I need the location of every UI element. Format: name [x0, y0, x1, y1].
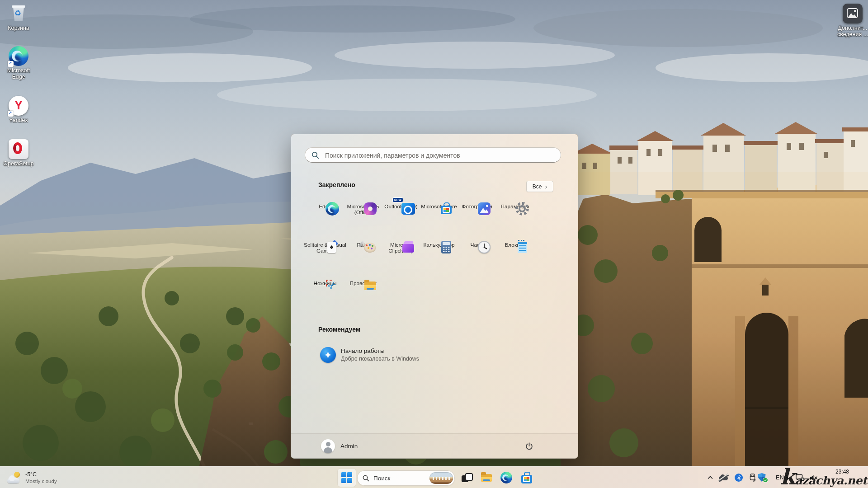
get-started-icon	[320, 347, 336, 363]
desktop-icon-yandex[interactable]: Yandex	[1, 96, 36, 123]
tray-hidden-icons-button[interactable]	[703, 467, 717, 488]
edge-icon	[9, 46, 28, 66]
pinned-app-photos[interactable]: Фотографии	[458, 200, 496, 238]
onedrive-off-icon	[718, 474, 729, 481]
all-apps-button[interactable]: Все ›	[526, 181, 553, 192]
recommended-section-header: Рекомендуем	[318, 326, 360, 333]
pinned-app-file-explorer[interactable]: Проводник	[344, 277, 382, 315]
yandex-icon	[9, 96, 28, 116]
image-placeholder-icon	[843, 4, 863, 23]
tray-network-button[interactable]	[793, 467, 807, 488]
recycle-bin-icon	[10, 3, 27, 23]
tray-volume-button[interactable]	[807, 467, 820, 488]
taskbar-search-box[interactable]: Поиск	[357, 470, 455, 486]
new-badge: NEW	[392, 197, 403, 202]
tray-onedrive-button[interactable]	[717, 467, 731, 488]
desktop-icon-label: OperaSetup	[1, 160, 36, 167]
pinned-apps-grid: Edge Microsoft 365 (Office) NEW Outlook …	[306, 200, 534, 315]
pinned-app-edge[interactable]: Edge	[306, 200, 344, 238]
weather-condition: Mostly cloudy	[25, 478, 57, 484]
pinned-app-settings[interactable]: Параметры	[496, 200, 534, 238]
shortcut-arrow-icon	[8, 111, 14, 117]
desktop-icon-recycle-bin[interactable]: Корзина	[1, 3, 36, 31]
tray-language-indicator[interactable]: ENG	[772, 467, 792, 488]
pinned-app-microsoft-store[interactable]: Microsoft Store	[420, 200, 458, 238]
search-highlight-thumbnail	[429, 472, 453, 484]
desktop-icon-opera-setup[interactable]: OperaSetup	[1, 139, 36, 167]
desktop-icon-label: Microsoft Edge	[1, 67, 36, 80]
usb-icon	[749, 474, 756, 482]
taskbar-task-view-button[interactable]	[458, 469, 476, 487]
recommended-item-get-started[interactable]: Начало работы Добро пожаловать в Windows	[313, 343, 503, 367]
weather-icon	[7, 472, 21, 484]
power-button[interactable]	[521, 438, 537, 454]
desktop-icon-label-line1: Дополнит...	[831, 25, 868, 31]
microsoft-store-icon	[520, 472, 532, 483]
weather-widget[interactable]: -5°C Mostly cloudy	[4, 467, 61, 488]
search-icon	[311, 151, 319, 159]
taskbar-edge-button[interactable]	[497, 469, 515, 487]
language-label: ENG	[776, 474, 788, 481]
desktop-icon-additional-info[interactable]: Дополнит... сведения ...	[831, 4, 868, 38]
recommended-subtitle: Добро пожаловать в Windows	[341, 356, 419, 362]
edge-icon	[500, 472, 512, 483]
chevron-up-icon	[708, 476, 713, 479]
pinned-app-paint[interactable]: Paint	[344, 238, 382, 277]
network-icon	[796, 474, 804, 482]
tray-bluetooth-button[interactable]	[732, 467, 745, 488]
desktop-icon-label: Корзина	[1, 25, 36, 31]
pinned-app-notepad[interactable]: Блокнот	[496, 238, 534, 277]
taskbar: -5°C Mostly cloudy Поиск	[0, 466, 868, 488]
folder-icon	[481, 472, 492, 483]
pinned-app-calculator[interactable]: Калькулятор	[420, 238, 458, 277]
start-search-box[interactable]	[305, 147, 561, 163]
taskbar-file-explorer-button[interactable]	[477, 469, 495, 487]
pinned-app-microsoft-365[interactable]: Microsoft 365 (Office)	[344, 200, 382, 238]
shortcut-arrow-icon	[8, 61, 14, 67]
start-menu-footer: Admin	[291, 433, 578, 458]
tray-security-button[interactable]	[756, 467, 769, 488]
time-label: 23:48	[835, 469, 849, 475]
desktop-icon-label-line2: сведения ...	[831, 31, 868, 38]
task-view-icon	[461, 472, 472, 483]
start-search-input[interactable]	[324, 148, 552, 163]
weather-temperature: -5°C	[25, 471, 57, 478]
start-menu-panel: Закреплено Все › Edge Microsoft 365 (Off…	[291, 134, 578, 459]
all-apps-label: Все	[533, 183, 542, 190]
recommended-title: Начало работы	[341, 347, 385, 354]
user-name: Admin	[340, 443, 358, 450]
tray-clock[interactable]: 23:48	[835, 469, 849, 475]
start-button[interactable]	[338, 469, 356, 487]
desktop-icon-label: Yandex	[1, 117, 36, 123]
pinned-section-header: Закреплено	[318, 181, 355, 188]
volume-muted-icon	[809, 474, 818, 481]
chevron-right-icon: ›	[545, 184, 547, 189]
user-profile-button[interactable]: Admin	[316, 438, 362, 454]
desktop-icon-microsoft-edge[interactable]: Microsoft Edge	[1, 46, 36, 80]
pinned-app-outlook-new[interactable]: NEW Outlook (new)	[382, 200, 420, 238]
search-icon	[363, 475, 369, 482]
avatar	[321, 439, 335, 453]
taskbar-search-label: Поиск	[373, 475, 390, 482]
bluetooth-icon	[735, 474, 743, 482]
taskbar-store-button[interactable]	[517, 469, 535, 487]
power-icon	[525, 442, 533, 450]
pinned-app-snipping-tool[interactable]: Ножницы	[306, 277, 344, 315]
pinned-app-solitaire[interactable]: Solitaire & Casual Games	[306, 238, 344, 277]
opera-setup-icon	[9, 139, 28, 159]
pinned-app-clock[interactable]: Часы	[458, 238, 496, 277]
pinned-app-clipchamp[interactable]: Microsoft Clipchamp	[382, 238, 420, 277]
defender-icon	[758, 473, 768, 482]
windows-logo-icon	[341, 472, 352, 483]
